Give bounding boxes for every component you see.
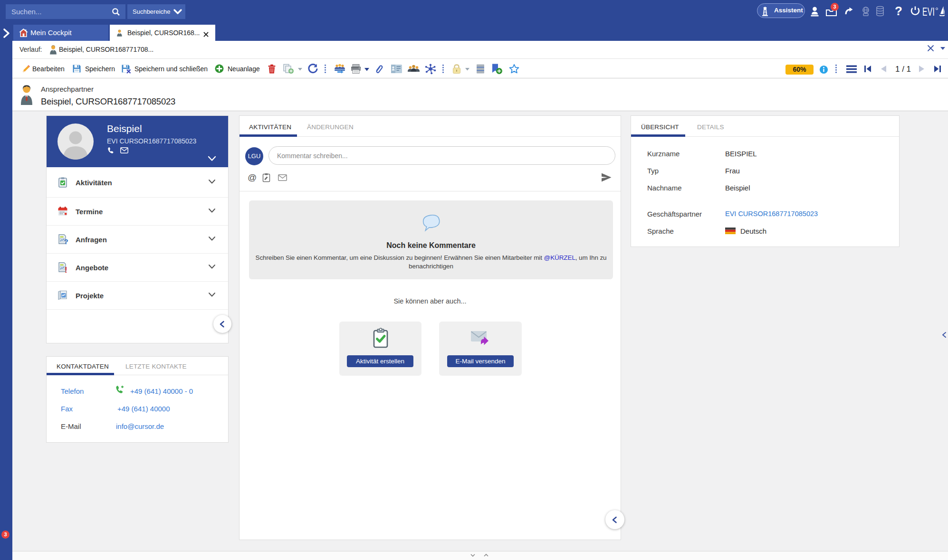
svg-text:!: !: [65, 266, 67, 274]
svg-text:?: ?: [64, 237, 68, 245]
